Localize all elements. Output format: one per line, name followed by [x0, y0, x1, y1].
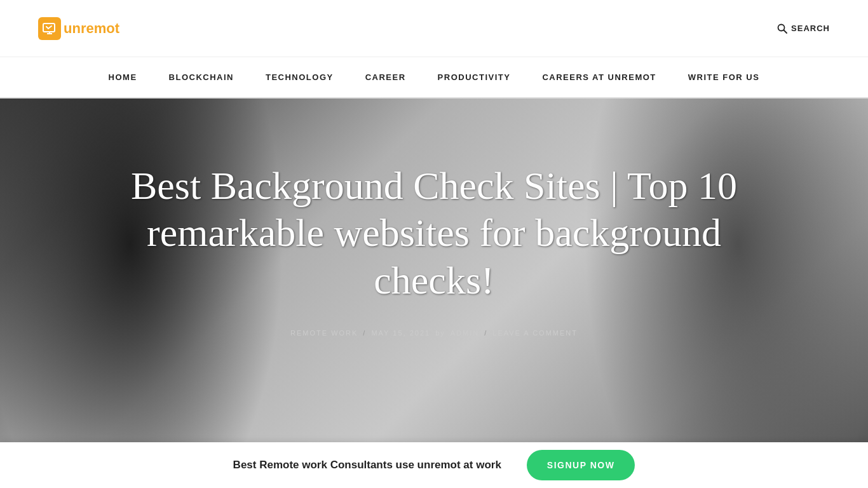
cta-text: Best Remote work Consultants use unremot… [233, 459, 501, 471]
meta-sep-1: / [363, 329, 366, 337]
nav-item-technology[interactable]: TECHNOLOGY [266, 72, 334, 82]
meta-comment-link[interactable]: LEAVE A COMMENT [492, 329, 578, 337]
logo-icon [38, 17, 61, 40]
meta-author[interactable]: ADMIN [451, 329, 479, 337]
hero-meta: REMOTE WORK / MAY 15, 2021 by ADMIN / LE… [290, 329, 578, 337]
search-button[interactable]: SEARCH [777, 24, 830, 34]
nav-item-career[interactable]: CAREER [365, 72, 406, 82]
logo-un: un [64, 20, 81, 36]
meta-category[interactable]: REMOTE WORK [290, 329, 358, 337]
meta-date: MAY 15, 2021 [371, 329, 430, 337]
logo-text: unremot [64, 20, 119, 37]
site-logo[interactable]: unremot [38, 17, 119, 40]
nav-item-home[interactable]: HOME [109, 72, 137, 82]
search-label: SEARCH [791, 24, 830, 33]
site-header: unremot SEARCH [0, 0, 868, 57]
logo-remot: remot [81, 20, 119, 36]
nav-item-productivity[interactable]: PRODUCTIVITY [438, 72, 511, 82]
nav-item-blockchain[interactable]: BLOCKCHAIN [169, 72, 234, 82]
main-nav: HOME BLOCKCHAIN TECHNOLOGY CAREER PRODUC… [0, 57, 868, 98]
hero-content: Best Background Check Sites | Top 10 rem… [0, 98, 868, 337]
meta-author-prefix: by [435, 329, 445, 337]
svg-line-2 [784, 30, 787, 33]
search-icon [777, 24, 787, 34]
nav-item-write-for-us[interactable]: WRITE FOR US [688, 72, 760, 82]
cta-bar: Best Remote work Consultants use unremot… [0, 442, 868, 488]
meta-sep-2: / [484, 329, 487, 337]
hero-title: Best Background Check Sites | Top 10 rem… [127, 162, 741, 304]
signup-button[interactable]: SIGNUP NOW [527, 450, 635, 480]
nav-item-careers-at-unremot[interactable]: CAREERS AT UNREMOT [542, 72, 656, 82]
